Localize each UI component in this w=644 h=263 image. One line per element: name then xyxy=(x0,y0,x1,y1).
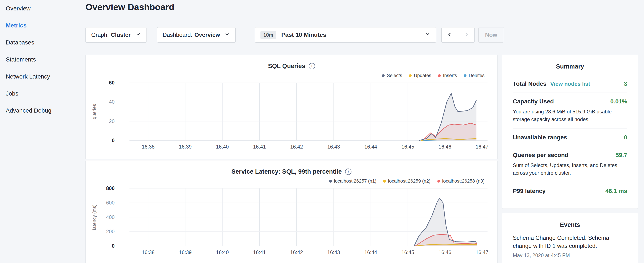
now-button[interactable]: Now xyxy=(478,27,504,43)
summary-row-value: 59.7 xyxy=(616,152,628,158)
time-window-label: Past 10 Minutes xyxy=(281,32,326,38)
dashboard-dropdown[interactable]: Dashboard: Overview xyxy=(157,27,236,43)
events-heading: Events xyxy=(513,213,627,228)
chevron-down-icon xyxy=(136,32,141,39)
chevron-down-icon xyxy=(424,31,430,39)
svg-text:600: 600 xyxy=(106,200,114,205)
svg-text:16:40: 16:40 xyxy=(216,144,229,150)
summary-row-title: Unavailable ranges xyxy=(513,134,567,141)
svg-text:16:42: 16:42 xyxy=(290,249,303,255)
summary-row-title: Total Nodes xyxy=(513,80,546,87)
dashboard-dropdown-label: Dashboard: xyxy=(163,32,192,38)
svg-text:16:38: 16:38 xyxy=(142,249,154,255)
sidebar-item-databases[interactable]: Databases xyxy=(6,34,85,51)
summary-row: Capacity Used0.01%You are using 28.6 MiB… xyxy=(513,93,627,129)
info-icon[interactable]: i xyxy=(345,168,352,175)
svg-text:16:43: 16:43 xyxy=(327,144,340,150)
view-nodes-list-link[interactable]: View nodes list xyxy=(550,81,590,87)
summary-row: Total NodesView nodes list3 xyxy=(513,75,627,93)
sql-queries-chart[interactable]: 16:3816:3916:4016:4116:4216:4316:4416:45… xyxy=(86,76,498,153)
svg-text:40: 40 xyxy=(109,99,114,105)
events-panel: Events Schema Change Completed: Schema c… xyxy=(502,213,638,263)
svg-text:16:43: 16:43 xyxy=(327,249,340,255)
summary-row-title: P99 latency xyxy=(513,188,546,194)
svg-text:16:47: 16:47 xyxy=(476,144,488,150)
sidebar-item-metrics[interactable]: Metrics xyxy=(6,17,85,34)
summary-row-description: Sum of Selects, Updates, Inserts, and De… xyxy=(513,161,627,177)
svg-text:16:46: 16:46 xyxy=(438,144,451,150)
time-forward-button[interactable] xyxy=(458,28,474,42)
svg-text:16:39: 16:39 xyxy=(179,144,192,150)
sidebar-item-advanced-debug[interactable]: Advanced Debug xyxy=(6,102,85,119)
svg-text:16:45: 16:45 xyxy=(402,144,414,150)
svg-text:200: 200 xyxy=(106,228,114,234)
svg-text:16:41: 16:41 xyxy=(253,249,266,255)
time-back-button[interactable] xyxy=(442,28,458,42)
summary-panel: Summary Total NodesView nodes list3Capac… xyxy=(502,55,638,209)
svg-text:16:45: 16:45 xyxy=(402,249,414,255)
summary-heading: Summary xyxy=(513,55,627,70)
graph-dropdown-label: Graph: xyxy=(91,32,109,38)
chevron-down-icon xyxy=(224,32,230,39)
sidebar-item-jobs[interactable]: Jobs xyxy=(6,85,85,102)
svg-text:16:44: 16:44 xyxy=(364,144,377,150)
svg-text:16:40: 16:40 xyxy=(216,249,229,255)
summary-row-value: 0 xyxy=(624,134,627,141)
summary-row-value: 3 xyxy=(624,80,627,87)
svg-text:60: 60 xyxy=(109,80,114,86)
svg-text:400: 400 xyxy=(106,214,114,220)
svg-text:latency (ms): latency (ms) xyxy=(92,204,97,230)
time-pager xyxy=(442,27,474,43)
svg-text:800: 800 xyxy=(106,185,114,191)
summary-row-value: 46.1 ms xyxy=(605,188,627,194)
chevron-left-icon xyxy=(447,32,453,38)
summary-row-description: You are using 28.6 MiB of 515.9 GiB usab… xyxy=(513,108,627,123)
info-icon[interactable]: i xyxy=(309,63,315,69)
event-timestamp: May 13, 2020 at 4:45 PM xyxy=(513,252,627,258)
svg-text:16:47: 16:47 xyxy=(476,249,488,255)
svg-text:16:39: 16:39 xyxy=(179,249,192,255)
graph-dropdown[interactable]: Graph: Cluster xyxy=(86,27,147,43)
service-latency-chart[interactable]: 16:3816:3916:4016:4116:4216:4316:4416:45… xyxy=(86,182,498,258)
sidebar-item-network-latency[interactable]: Network Latency xyxy=(6,68,85,85)
summary-row: Unavailable ranges0 xyxy=(513,129,627,146)
svg-text:16:44: 16:44 xyxy=(364,249,377,255)
svg-text:16:46: 16:46 xyxy=(438,249,451,255)
summary-row-title: Queries per second xyxy=(513,152,568,158)
service-latency-panel: Service Latency: SQL, 99th percentile i … xyxy=(86,160,498,263)
svg-text:0: 0 xyxy=(112,243,114,249)
summary-row-title: Capacity Used xyxy=(513,98,554,105)
time-window-badge: 10m xyxy=(260,31,276,39)
svg-text:16:41: 16:41 xyxy=(253,144,266,150)
summary-rows: Total NodesView nodes list3Capacity Used… xyxy=(513,75,627,200)
chevron-right-icon xyxy=(464,32,469,38)
svg-text:0: 0 xyxy=(112,137,114,143)
page-title: Overview Dashboard xyxy=(86,2,174,12)
graph-dropdown-value: Cluster xyxy=(111,32,131,38)
svg-text:20: 20 xyxy=(109,118,114,124)
chart-title: Service Latency: SQL, 99th percentile xyxy=(232,168,342,175)
svg-text:16:38: 16:38 xyxy=(142,144,154,150)
event-text[interactable]: Schema Change Completed: Schema change w… xyxy=(513,234,627,250)
dashboard-dropdown-value: Overview xyxy=(194,32,220,38)
summary-row: P99 latency46.1 ms xyxy=(513,182,627,200)
svg-text:queries: queries xyxy=(92,104,97,119)
sidebar-item-overview[interactable]: Overview xyxy=(6,0,85,17)
time-window-select[interactable]: 10m Past 10 Minutes xyxy=(255,27,436,43)
sidebar-nav: OverviewMetricsDatabasesStatementsNetwor… xyxy=(0,0,85,263)
svg-text:16:42: 16:42 xyxy=(290,144,303,150)
summary-row: Queries per second59.7Sum of Selects, Up… xyxy=(513,146,627,182)
summary-row-value: 0.01% xyxy=(610,98,627,105)
sql-queries-panel: SQL Queries i SelectsUpdatesInsertsDelet… xyxy=(86,55,498,159)
chart-title: SQL Queries xyxy=(268,63,305,70)
sidebar-item-statements[interactable]: Statements xyxy=(6,51,85,68)
